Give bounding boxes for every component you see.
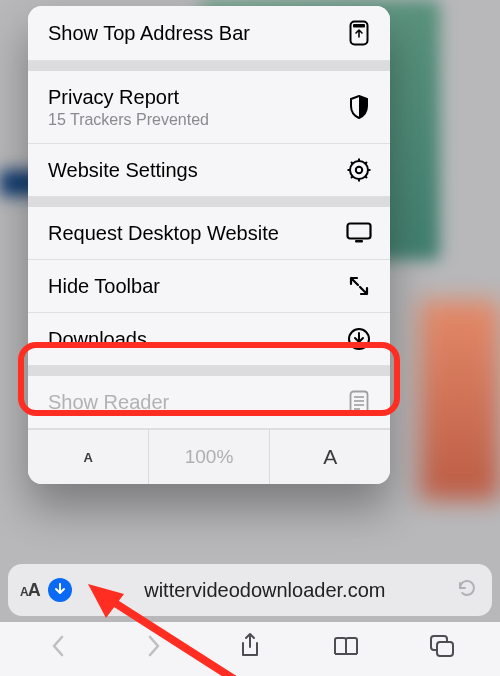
url-text: wittervideodownloader.com [82,579,448,602]
show-reader-label: Show Reader [48,390,346,414]
svg-point-3 [356,167,362,173]
download-circle-icon [346,327,372,351]
show-top-address-bar-label: Show Top Address Bar [48,21,346,45]
desktop-monitor-icon [346,222,372,244]
reload-icon[interactable] [456,577,478,603]
hide-toolbar-label: Hide Toolbar [48,274,346,298]
bottom-area: AA wittervideodownloader.com [0,564,500,676]
page-settings-menu: Show Top Address Bar Privacy Report 15 T… [28,6,390,484]
zoom-row: A 100% A [28,429,390,484]
forward-button [139,634,169,658]
svg-rect-12 [348,224,371,239]
zoom-out-button[interactable]: A [28,429,148,484]
back-button[interactable] [43,634,73,658]
website-settings-item[interactable]: Website Settings [28,144,390,197]
privacy-report-item[interactable]: Privacy Report 15 Trackers Prevented [28,71,390,144]
svg-rect-22 [437,642,453,656]
url-bar[interactable]: AA wittervideodownloader.com [8,564,492,616]
show-top-address-bar-item[interactable]: Show Top Address Bar [28,6,390,61]
background-blur-2 [420,300,500,500]
menu-separator [28,197,390,207]
downloads-item[interactable]: Downloads [28,313,390,366]
diagonal-arrows-icon [346,275,372,297]
gear-icon [346,158,372,182]
menu-separator [28,61,390,71]
privacy-report-label: Privacy Report [48,85,346,109]
reader-document-icon [346,390,372,414]
svg-rect-1 [353,24,365,28]
show-reader-item: Show Reader [28,376,390,429]
menu-separator [28,366,390,376]
share-button[interactable] [235,632,265,660]
hide-toolbar-item[interactable]: Hide Toolbar [28,260,390,313]
zoom-percent-label: 100% [148,429,269,484]
zoom-in-button[interactable]: A [269,429,390,484]
shield-icon [346,95,372,119]
downloads-badge-icon[interactable] [48,578,72,602]
request-desktop-label: Request Desktop Website [48,221,346,245]
request-desktop-website-item[interactable]: Request Desktop Website [28,207,390,260]
text-size-button[interactable]: AA [20,580,40,601]
website-settings-label: Website Settings [48,158,346,182]
address-bar-top-icon [346,20,372,46]
bookmarks-button[interactable] [331,635,361,657]
privacy-report-subtitle: 15 Trackers Prevented [48,111,346,129]
svg-rect-13 [355,240,363,243]
downloads-label: Downloads [48,327,346,351]
safari-toolbar [0,622,500,676]
tabs-button[interactable] [427,634,457,658]
